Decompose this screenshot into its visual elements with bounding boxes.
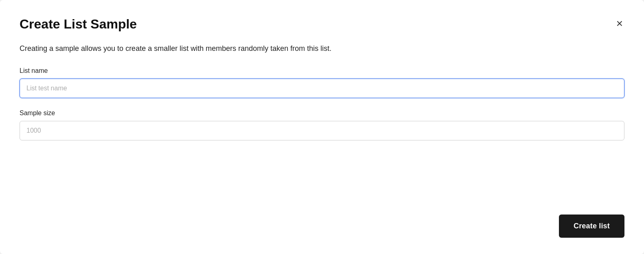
dialog-header: Create List Sample × bbox=[20, 16, 624, 32]
dialog-description: Creating a sample allows you to create a… bbox=[20, 43, 624, 54]
sample-size-field-group: Sample size bbox=[20, 109, 624, 140]
sample-size-label: Sample size bbox=[20, 109, 624, 117]
create-list-sample-dialog: Create List Sample × Creating a sample a… bbox=[0, 0, 644, 254]
sample-size-input[interactable] bbox=[20, 121, 624, 140]
list-name-input[interactable] bbox=[20, 79, 624, 98]
close-button[interactable]: × bbox=[615, 16, 624, 31]
list-name-label: List name bbox=[20, 67, 624, 74]
list-name-field-group: List name bbox=[20, 67, 624, 98]
create-list-button[interactable]: Create list bbox=[559, 215, 624, 238]
dialog-title: Create List Sample bbox=[20, 16, 137, 32]
dialog-footer: Create list bbox=[20, 208, 624, 238]
